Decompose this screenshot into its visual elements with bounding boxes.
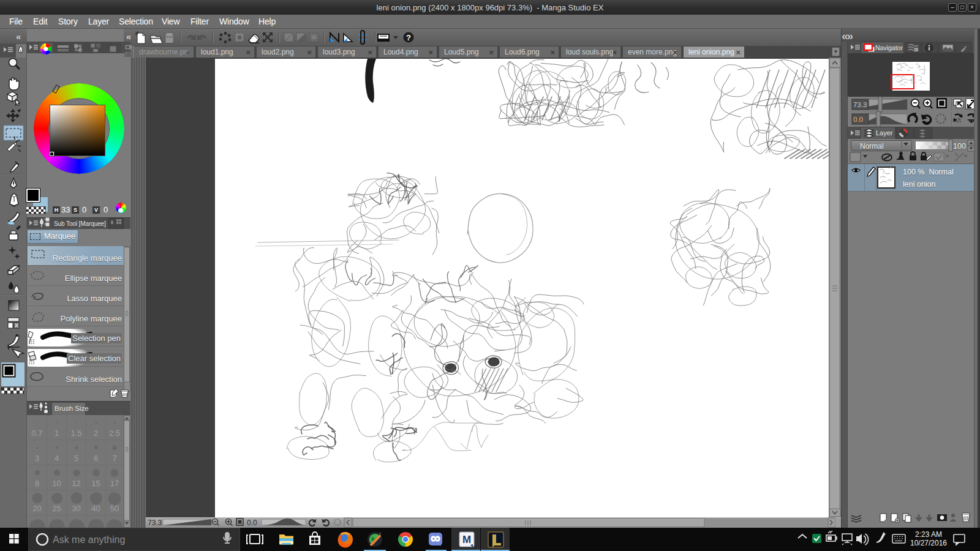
svg-text:?: ? <box>406 33 411 42</box>
svg-text:0.0: 0.0 <box>853 116 863 123</box>
svg-text:73.3: 73.3 <box>853 101 867 108</box>
svg-text:M: M <box>462 534 471 545</box>
